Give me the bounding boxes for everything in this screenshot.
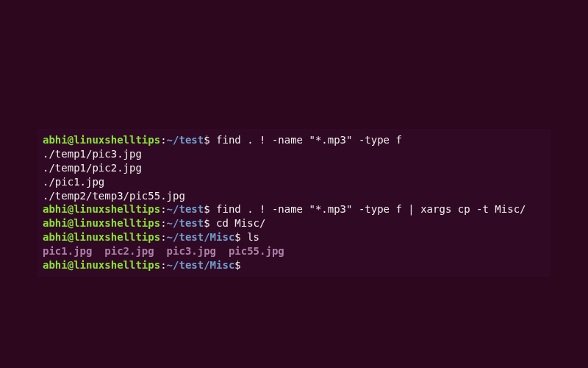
prompt-path: ~/test/Misc bbox=[167, 259, 235, 271]
output-line-4: ./temp2/temp3/pic55.jpg bbox=[43, 189, 545, 203]
separator bbox=[216, 245, 229, 257]
prompt-dollar: $ bbox=[204, 134, 216, 146]
prompt-host: linuxshelltips bbox=[74, 134, 160, 146]
prompt-at: @ bbox=[68, 259, 74, 271]
separator bbox=[154, 245, 167, 257]
prompt-line-5: abhi@linuxshelltips:~/test/Misc$ bbox=[43, 258, 545, 272]
output-line-2: ./temp1/pic2.jpg bbox=[43, 161, 545, 175]
prompt-dollar: $ bbox=[204, 203, 216, 215]
prompt-colon: : bbox=[160, 217, 166, 229]
output-line-1: ./temp1/pic3.jpg bbox=[43, 147, 545, 161]
ls-file-4: pic55.jpg bbox=[229, 245, 284, 257]
ls-file-2: pic2.jpg bbox=[104, 245, 154, 257]
prompt-path: ~/test bbox=[167, 134, 204, 146]
prompt-line-2: abhi@linuxshelltips:~/test$ find . ! -na… bbox=[43, 202, 545, 216]
prompt-colon: : bbox=[160, 231, 166, 243]
prompt-at: @ bbox=[68, 203, 74, 215]
ls-file-3: pic3.jpg bbox=[167, 245, 216, 257]
prompt-host: linuxshelltips bbox=[74, 231, 160, 243]
prompt-user: abhi bbox=[43, 259, 68, 271]
prompt-line-3: abhi@linuxshelltips:~/test$ cd Misc/ bbox=[43, 216, 545, 230]
output-line-3: ./pic1.jpg bbox=[43, 175, 545, 189]
prompt-line-4: abhi@linuxshelltips:~/test/Misc$ ls bbox=[43, 230, 545, 244]
prompt-host: linuxshelltips bbox=[74, 259, 160, 271]
prompt-user: abhi bbox=[43, 134, 68, 146]
prompt-path: ~/test bbox=[167, 217, 204, 229]
separator bbox=[92, 245, 104, 257]
terminal-window[interactable]: abhi@linuxshelltips:~/test$ find . ! -na… bbox=[37, 129, 551, 277]
prompt-at: @ bbox=[68, 134, 74, 146]
prompt-user: abhi bbox=[43, 217, 68, 229]
prompt-colon: : bbox=[160, 203, 166, 215]
prompt-dollar: $ bbox=[234, 231, 247, 243]
prompt-at: @ bbox=[68, 217, 74, 229]
prompt-colon: : bbox=[160, 134, 166, 146]
prompt-path: ~/test bbox=[167, 203, 204, 215]
prompt-user: abhi bbox=[43, 231, 68, 243]
prompt-user: abhi bbox=[43, 203, 68, 215]
command-ls: ls bbox=[247, 231, 259, 243]
command-find-1: find . ! -name "*.mp3" -type f bbox=[216, 134, 402, 146]
ls-output-line: pic1.jpg pic2.jpg pic3.jpg pic55.jpg bbox=[43, 244, 545, 258]
prompt-path: ~/test/Misc bbox=[167, 231, 235, 243]
prompt-dollar: $ bbox=[234, 259, 247, 271]
prompt-host: linuxshelltips bbox=[74, 203, 160, 215]
prompt-line-1: abhi@linuxshelltips:~/test$ find . ! -na… bbox=[43, 133, 545, 147]
command-cd: cd Misc/ bbox=[216, 217, 265, 229]
prompt-host: linuxshelltips bbox=[74, 217, 160, 229]
ls-file-1: pic1.jpg bbox=[43, 245, 92, 257]
prompt-at: @ bbox=[68, 231, 74, 243]
command-find-2: find . ! -name "*.mp3" -type f | xargs c… bbox=[216, 203, 526, 215]
prompt-colon: : bbox=[160, 259, 166, 271]
prompt-dollar: $ bbox=[204, 217, 216, 229]
